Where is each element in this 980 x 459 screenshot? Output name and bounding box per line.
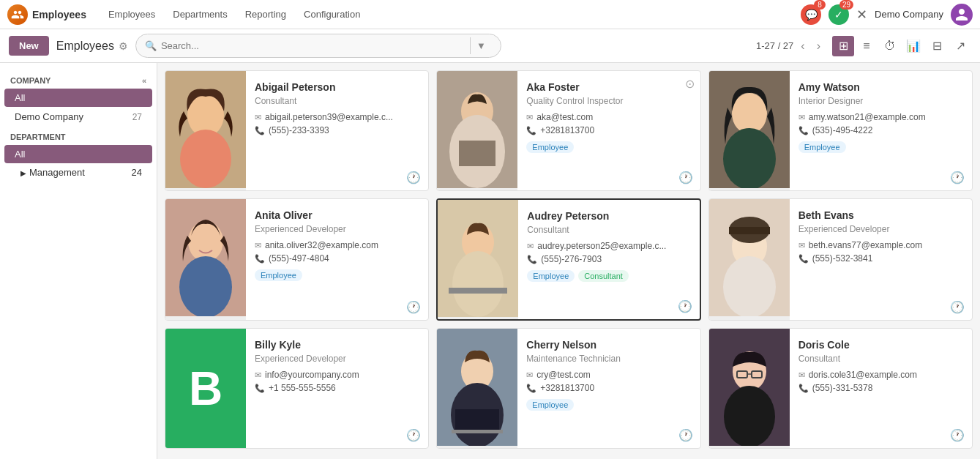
toolbar: New Employees ⚙ 🔍 ▼ 1-27 / 27 ‹ › ⊞ ≡ ⏱ … xyxy=(0,29,980,63)
phone-icon: 📞 xyxy=(527,255,537,264)
scan-icon[interactable]: ⊙ xyxy=(685,77,695,91)
employee-job-title: Consultant xyxy=(255,96,419,106)
top-nav: Employees Employees Departments Reportin… xyxy=(0,0,980,29)
email-icon: ✉ xyxy=(798,370,805,380)
sidebar-dept-management[interactable]: ▶Management 24 xyxy=(4,164,152,181)
updates-badge[interactable]: ✓ 29 xyxy=(828,4,849,25)
main-layout: COMPANY « All Demo Company 27 DEPARTMENT… xyxy=(0,63,980,459)
employee-email: ✉ abigail.peterson39@example.c... xyxy=(255,112,419,122)
employee-info: Audrey Peterson Consultant ✉ audrey.pete… xyxy=(518,200,699,319)
nav-reporting[interactable]: Reporting xyxy=(238,6,293,23)
expand-triangle-icon: ▶ xyxy=(20,169,26,177)
employee-card[interactable]: Cherry Nelson Maintenance Technician ✉ c… xyxy=(436,328,700,449)
employee-job-title: Experienced Developer xyxy=(255,224,419,234)
search-bar: 🔍 ▼ xyxy=(135,34,501,58)
search-input[interactable] xyxy=(161,40,465,51)
nav-configuration[interactable]: Configuration xyxy=(296,6,367,23)
activity-clock-icon[interactable]: 🕐 xyxy=(950,300,965,314)
activity-clock-icon[interactable]: 🕐 xyxy=(406,300,421,314)
employee-photo xyxy=(709,329,790,448)
pagination-text: 1-27 / 27 xyxy=(756,40,793,51)
employee-phone: 📞 (555)-331-5378 xyxy=(798,383,963,393)
employee-photo xyxy=(438,200,518,319)
logo-icon xyxy=(7,4,28,25)
employee-phone: 📞 (555)-497-4804 xyxy=(255,253,419,264)
employee-tag: Consultant xyxy=(578,270,629,282)
pagination: 1-27 / 27 ‹ › xyxy=(756,38,825,54)
activity-clock-icon[interactable]: 🕐 xyxy=(678,428,693,442)
employee-job-title: Experienced Developer xyxy=(798,224,963,234)
company-name: Demo Company xyxy=(875,9,943,20)
sidebar-demo-company[interactable]: Demo Company 27 xyxy=(4,108,152,126)
nav-employees[interactable]: Employees xyxy=(101,6,162,23)
messages-badge[interactable]: 💬 8 xyxy=(801,4,821,25)
employee-name: Cherry Nelson xyxy=(526,339,691,351)
view-buttons: ⊞ ≡ ⏱ 📊 ⊟ ↗ xyxy=(832,36,971,56)
employee-job-title: Consultant xyxy=(798,354,963,364)
employee-card[interactable]: Doris Cole Consultant ✉ doris.cole31@exa… xyxy=(708,328,973,449)
clock-view-button[interactable]: ⏱ xyxy=(879,36,901,56)
employee-photo: B xyxy=(165,329,246,448)
employee-card[interactable]: Beth Evans Experienced Developer ✉ beth.… xyxy=(708,198,973,321)
svg-rect-6 xyxy=(459,141,495,166)
sidebar-company-all[interactable]: All xyxy=(4,89,152,107)
share-button[interactable]: ↗ xyxy=(949,36,971,56)
kanban-view-button[interactable]: ⊞ xyxy=(832,36,854,56)
employee-tags: Employee xyxy=(526,399,691,411)
employee-photo xyxy=(709,71,790,190)
svg-point-15 xyxy=(452,251,504,317)
pivot-view-button[interactable]: ⊟ xyxy=(926,36,948,56)
employee-email: ✉ audrey.peterson25@example.c... xyxy=(527,241,690,251)
company-section-title: COMPANY « xyxy=(0,70,157,88)
list-view-button[interactable]: ≡ xyxy=(856,36,878,56)
new-button[interactable]: New xyxy=(9,36,49,56)
nav-departments[interactable]: Departments xyxy=(165,6,234,23)
email-icon: ✉ xyxy=(798,113,805,122)
chart-view-button[interactable]: 📊 xyxy=(902,36,924,56)
employee-phone: 📞 +3281813700 xyxy=(526,125,691,135)
activity-clock-icon[interactable]: 🕐 xyxy=(406,428,421,442)
employee-card[interactable]: Amy Watson Interior Designer ✉ amy.watso… xyxy=(708,70,973,191)
employee-tag: Employee xyxy=(526,399,574,411)
svg-point-2 xyxy=(180,130,231,188)
svg-point-8 xyxy=(732,93,767,134)
activity-clock-icon[interactable]: 🕐 xyxy=(406,171,421,184)
department-section-title: DEPARTMENT xyxy=(0,127,157,144)
app-logo[interactable]: Employees xyxy=(7,4,86,25)
next-page-button[interactable]: › xyxy=(812,38,825,54)
cards-area: Abigail Peterson Consultant ✉ abigail.pe… xyxy=(157,63,980,459)
activity-clock-icon[interactable]: 🕐 xyxy=(950,428,965,442)
user-avatar[interactable] xyxy=(951,4,973,26)
sidebar-dept-all[interactable]: All xyxy=(4,145,152,163)
search-dropdown-icon[interactable]: ▼ xyxy=(470,37,492,54)
activity-clock-icon[interactable]: 🕐 xyxy=(678,299,692,313)
employee-photo xyxy=(165,71,246,190)
company-collapse-icon[interactable]: « xyxy=(142,76,146,85)
employee-phone: 📞 (555)-276-7903 xyxy=(527,254,690,264)
employee-card[interactable]: Anita Oliver Experienced Developer ✉ ani… xyxy=(165,198,429,321)
employee-phone: 📞 +1 555-555-5556 xyxy=(255,383,419,393)
prev-page-button[interactable]: ‹ xyxy=(796,38,809,54)
employee-card[interactable]: B Billy Kyle Experienced Developer ✉ inf… xyxy=(165,328,429,449)
employee-job-title: Consultant xyxy=(527,225,690,235)
employee-name: Audrey Peterson xyxy=(527,210,690,222)
employee-card[interactable]: Abigail Peterson Consultant ✉ abigail.pe… xyxy=(165,70,429,191)
activity-clock-icon[interactable]: 🕐 xyxy=(678,171,693,184)
employee-name: Amy Watson xyxy=(798,81,963,93)
page-title: Employees xyxy=(56,40,114,53)
employee-tag: Employee xyxy=(526,141,574,153)
cards-grid: Abigail Peterson Consultant ✉ abigail.pe… xyxy=(165,70,973,449)
activity-clock-icon[interactable]: 🕐 xyxy=(950,171,965,184)
settings-icon[interactable]: ✕ xyxy=(856,7,867,23)
employee-phone: 📞 (555)-233-3393 xyxy=(255,125,419,135)
messages-count: 8 xyxy=(814,0,826,10)
employee-info: Beth Evans Experienced Developer ✉ beth.… xyxy=(790,199,972,320)
employee-card[interactable]: Audrey Peterson Consultant ✉ audrey.pete… xyxy=(436,198,700,321)
employee-photo xyxy=(437,71,517,190)
settings-gear-icon[interactable]: ⚙ xyxy=(119,40,128,52)
employee-info: Amy Watson Interior Designer ✉ amy.watso… xyxy=(790,71,972,190)
employee-card[interactable]: Aka Foster Quality Control Inspector ✉ a… xyxy=(436,70,700,191)
employee-info: Doris Cole Consultant ✉ doris.cole31@exa… xyxy=(790,329,972,448)
svg-rect-16 xyxy=(449,288,507,294)
phone-icon: 📞 xyxy=(255,384,265,393)
